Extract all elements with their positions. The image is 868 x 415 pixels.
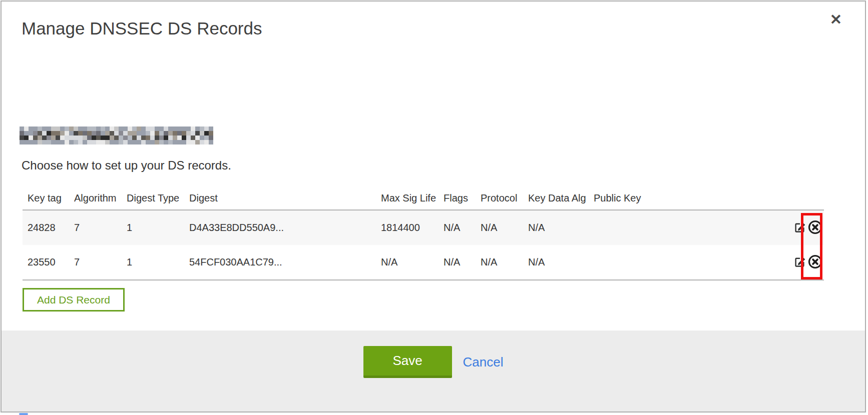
page-title: Manage DNSSEC DS Records — [22, 18, 865, 39]
column-header-digest: Digest — [189, 192, 381, 204]
instruction-text: Choose how to set up your DS records. — [22, 158, 865, 174]
column-header-public-key: Public Key — [594, 192, 778, 204]
column-header-algorithm: Algorithm — [74, 192, 127, 204]
cell-max-sig-life: N/A — [381, 256, 444, 268]
footer: Save Cancel — [2, 330, 865, 412]
edit-record-button[interactable] — [793, 220, 806, 236]
add-ds-record-button[interactable]: Add DS Record — [23, 288, 125, 312]
delete-record-button[interactable] — [807, 220, 823, 236]
column-header-key-data-alg: Key Data Alg — [528, 192, 594, 204]
cell-protocol: N/A — [481, 256, 528, 268]
cell-max-sig-life: 1814400 — [381, 222, 444, 234]
dnssec-dialog: Manage DNSSEC DS Records ✕ Choose how to… — [1, 0, 866, 412]
cell-flags: N/A — [444, 222, 481, 234]
background-page-artifact — [19, 413, 28, 415]
cell-protocol: N/A — [481, 222, 528, 234]
cancel-link[interactable]: Cancel — [463, 346, 504, 378]
delete-record-button[interactable] — [807, 254, 823, 271]
edit-record-button[interactable] — [793, 255, 806, 270]
cell-key-tag: 24828 — [28, 222, 74, 234]
column-header-key-tag: Key tag — [28, 192, 74, 204]
cell-algorithm: 7 — [74, 256, 127, 268]
circle-x-icon — [807, 220, 823, 236]
table-header-row: Key tag Algorithm Digest Type Digest Max… — [23, 186, 824, 210]
circle-x-icon — [807, 254, 823, 271]
cell-digest-type: 1 — [127, 256, 189, 268]
cell-key-data-alg: N/A — [528, 256, 594, 268]
ds-records-table: Key tag Algorithm Digest Type Digest Max… — [23, 186, 824, 280]
save-button[interactable]: Save — [363, 346, 452, 378]
table-row: 23550 7 1 54FCF030AA1C79... N/A N/A N/A … — [23, 245, 824, 280]
cell-digest: D4A33E8DD550A9... — [189, 222, 381, 234]
row-actions — [778, 254, 824, 271]
column-header-max-sig-life: Max Sig Life — [381, 192, 444, 204]
redacted-domain — [20, 126, 213, 144]
table-row: 24828 7 1 D4A33E8DD550A9... 1814400 N/A … — [23, 210, 824, 245]
cell-algorithm: 7 — [74, 222, 127, 234]
edit-pencil-icon — [793, 220, 806, 236]
table-body: 24828 7 1 D4A33E8DD550A9... 1814400 N/A … — [23, 210, 824, 280]
cell-flags: N/A — [444, 256, 481, 268]
cell-key-data-alg: N/A — [528, 222, 594, 234]
column-header-flags: Flags — [444, 192, 481, 204]
column-header-digest-type: Digest Type — [127, 192, 189, 204]
cell-key-tag: 23550 — [28, 256, 74, 268]
row-actions — [778, 220, 824, 236]
column-header-protocol: Protocol — [481, 192, 528, 204]
cell-digest: 54FCF030AA1C79... — [189, 256, 381, 268]
edit-pencil-icon — [793, 255, 806, 270]
cell-digest-type: 1 — [127, 222, 189, 234]
close-icon[interactable]: ✕ — [830, 12, 842, 27]
